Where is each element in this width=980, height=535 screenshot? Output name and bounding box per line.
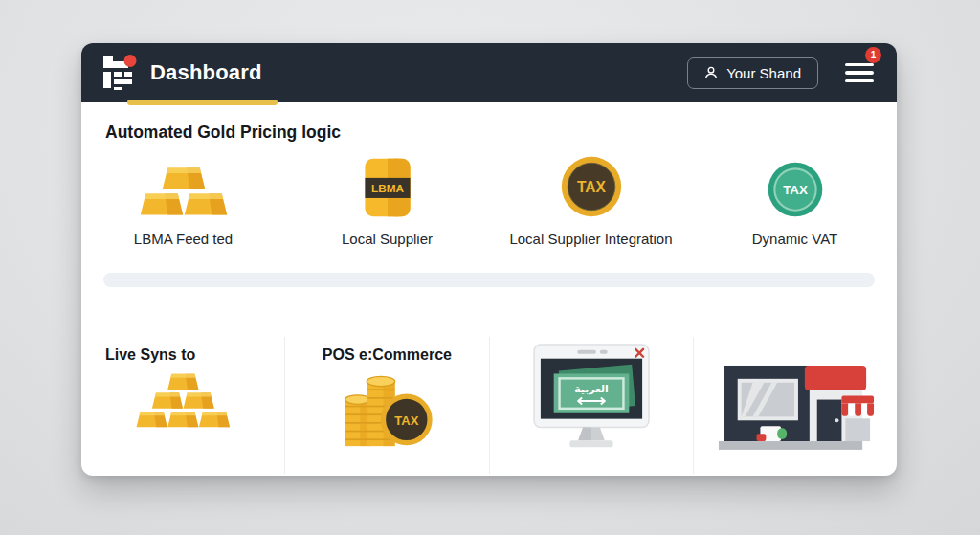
lbma-gold-bar-icon: LBMA xyxy=(362,157,413,218)
menu-bar xyxy=(845,71,874,75)
cell-title: POS e:Commerce xyxy=(285,346,488,364)
person-icon xyxy=(704,66,718,79)
teal-tax-coin-icon: TAX xyxy=(767,161,824,218)
cell-title: Live Syns to xyxy=(81,346,284,364)
app-header: Dashboard Your Shand 1 xyxy=(81,43,897,102)
feature-label: LBMA Feed ted xyxy=(134,231,233,247)
pricing-features-row: LBMA Feed ted LBMA Local Supplier xyxy=(81,155,897,247)
user-account-button[interactable]: Your Shand xyxy=(687,57,818,89)
progress-track xyxy=(103,273,875,287)
sync-cell-live-syns: Live Syns to xyxy=(81,337,284,474)
monitor-currency-icon: العربية xyxy=(521,343,662,456)
menu-bar xyxy=(845,79,874,83)
vat-badge-text: TAX xyxy=(783,183,808,197)
active-tab-underline xyxy=(127,100,278,105)
awning-stripes xyxy=(841,404,874,416)
sync-cell-pos-ecommerce: POS e:Commerce xyxy=(284,337,488,474)
coin-tax-text: TAX xyxy=(395,413,419,428)
feature-supplier-integration: TAX Local Supplier Integration xyxy=(489,155,693,247)
gold-tax-coin-icon: TAX xyxy=(560,155,623,218)
dashboard-card: Dashboard Your Shand 1 Automated Gold Pr… xyxy=(81,43,897,476)
feature-local-supplier: LBMA Local Supplier xyxy=(285,155,489,247)
sync-section: Live Syns to POS e:Commerce xyxy=(81,337,897,474)
notification-badge: 1 xyxy=(865,47,881,63)
lbma-badge-text: LBMA xyxy=(371,182,404,194)
tax-badge-text: TAX xyxy=(577,179,607,195)
pricing-section-title: Automated Gold Pricing logic xyxy=(105,123,897,143)
feature-label: Local Supplier Integration xyxy=(509,231,672,247)
storefront-icon xyxy=(715,354,876,454)
coins-tax-icon: TAX xyxy=(337,368,436,452)
menu-bar xyxy=(845,63,874,67)
app-logo-icon xyxy=(100,54,139,92)
sync-cell-storefront xyxy=(693,337,897,474)
feature-dynamic-vat: TAX Dynamic VAT xyxy=(693,155,897,247)
logo-notification-dot xyxy=(124,55,137,67)
banknote-arabic-text: العربية xyxy=(574,383,609,395)
building-grid-icon xyxy=(100,54,139,92)
sync-cell-monitor: العربية xyxy=(489,337,693,474)
gold-bars-pyramid-icon xyxy=(136,369,230,433)
gold-bars-icon xyxy=(140,165,228,218)
pos-terminal xyxy=(756,426,787,441)
feature-label: Local Supplier xyxy=(342,231,433,247)
feature-lbma-feed: LBMA Feed ted xyxy=(81,155,285,247)
page-title: Dashboard xyxy=(150,60,262,85)
feature-label: Dynamic VAT xyxy=(752,231,837,247)
user-account-label: Your Shand xyxy=(726,65,801,81)
hamburger-menu-button[interactable]: 1 xyxy=(845,58,874,88)
